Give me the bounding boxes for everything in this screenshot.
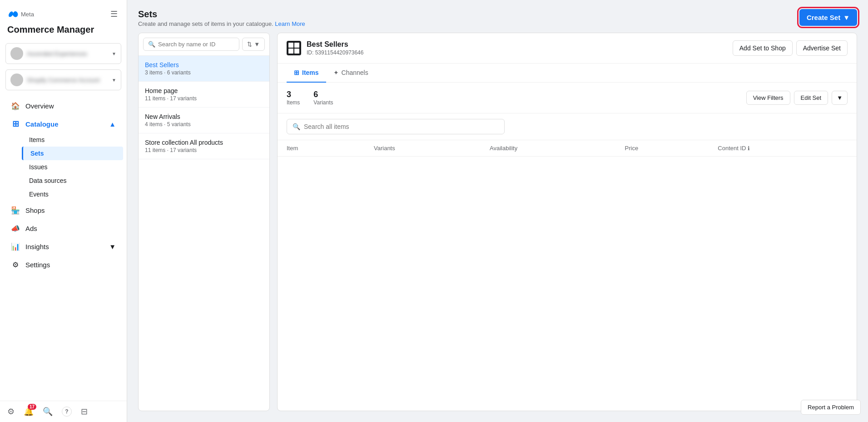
- search-items-icon: 🔍: [293, 123, 300, 130]
- stat-items: 3 Items: [287, 90, 300, 106]
- create-set-button[interactable]: Create Set ▼: [799, 9, 857, 26]
- sidebar-footer: ⚙ 🔔 17 🔍 ? ⊟: [0, 401, 127, 422]
- learn-more-link[interactable]: Learn More: [275, 20, 305, 27]
- stat-variants-label: Variants: [313, 99, 333, 106]
- stat-items-label: Items: [287, 99, 300, 106]
- items-search-input[interactable]: [304, 123, 499, 130]
- account-avatar-2: [10, 74, 23, 86]
- sets-search-bar: 🔍 ⇅ ▼: [139, 33, 269, 56]
- sidebar-item-sets[interactable]: Sets: [22, 147, 123, 160]
- advertise-set-button[interactable]: Advertise Set: [796, 40, 848, 56]
- set-item-new-arrivals[interactable]: New Arrivals 4 items · 5 variants: [139, 108, 269, 133]
- sidebar-item-overview[interactable]: 🏠 Overview: [4, 97, 123, 115]
- meta-logo-icon: [7, 9, 18, 20]
- ads-icon: 📣: [11, 224, 20, 233]
- notification-badge: 17: [28, 404, 36, 410]
- sort-button[interactable]: ⇅ ▼: [242, 38, 265, 51]
- col-content-id: Content ID ℹ: [709, 140, 857, 157]
- col-item: Item: [278, 140, 365, 157]
- settings-icon: ⚙: [11, 260, 20, 269]
- set-item-meta: 4 items · 5 variants: [145, 121, 263, 128]
- set-grid-icon: [287, 41, 301, 55]
- menu-toggle-button[interactable]: ☰: [109, 7, 119, 21]
- items-table: Item Variants Availability Price Content…: [278, 140, 857, 411]
- set-tabs: ⊞ Items ✦ Channels: [278, 64, 857, 83]
- account-selector-1[interactable]: Ascended Experiences ▼: [5, 43, 121, 64]
- edit-set-button[interactable]: Edit Set: [794, 91, 828, 105]
- sidebar: Meta ☰ Commerce Manager Ascended Experie…: [0, 0, 127, 422]
- col-variants: Variants: [365, 140, 481, 157]
- set-item-best-sellers[interactable]: Best Sellers 3 items · 6 variants: [139, 56, 269, 82]
- items-search-wrap: 🔍: [287, 119, 505, 134]
- col-price: Price: [616, 140, 709, 157]
- items-data-table: Item Variants Availability Price Content…: [278, 140, 857, 157]
- home-icon: 🏠: [11, 101, 20, 110]
- set-id: ID: 5391154420973646: [307, 49, 363, 56]
- insights-chevron-icon: ▼: [109, 243, 116, 250]
- sort-icon: ⇅: [247, 41, 252, 48]
- stat-variants-value: 6: [313, 90, 333, 99]
- chevron-down-icon-1: ▼: [112, 51, 116, 56]
- account-avatar-1: [10, 47, 23, 60]
- search-icon: 🔍: [148, 41, 155, 48]
- content-id-info-icon[interactable]: ℹ: [748, 145, 750, 152]
- sidebar-header: Meta ☰: [0, 0, 127, 25]
- sidebar-item-items[interactable]: Items: [22, 133, 123, 147]
- set-item-store-collection[interactable]: Store collection All products 11 items ·…: [139, 133, 269, 159]
- set-item-name: Home page: [145, 87, 263, 94]
- sidebar-item-shops[interactable]: 🏪 Shops: [4, 201, 123, 219]
- set-header-actions: Add Set to Shop Advertise Set: [733, 40, 848, 56]
- account-name-2: Shopify Commerce Account: [27, 77, 108, 83]
- view-filters-button[interactable]: View Filters: [746, 91, 790, 105]
- channels-tab-icon: ✦: [333, 69, 339, 76]
- meta-text: Meta: [21, 11, 34, 18]
- tab-items[interactable]: ⊞ Items: [287, 64, 326, 83]
- sidebar-item-issues[interactable]: Issues: [22, 160, 123, 174]
- set-id-prefix: ID:: [307, 49, 315, 56]
- col-availability: Availability: [481, 140, 616, 157]
- sidebar-item-settings-label: Settings: [25, 261, 50, 269]
- sidebar-item-shops-label: Shops: [25, 206, 45, 214]
- footer-panels-button[interactable]: ⊟: [81, 407, 88, 417]
- sidebar-item-ads[interactable]: 📣 Ads: [4, 219, 123, 237]
- set-detail-header: Best Sellers ID: 5391154420973646 Add Se…: [278, 33, 857, 64]
- sidebar-item-catalogue[interactable]: ⊞ Catalogue ▲: [4, 115, 123, 133]
- page-subtitle: Create and manage sets of items in your …: [138, 20, 305, 27]
- page-title: Sets: [138, 9, 305, 20]
- sidebar-nav: 🏠 Overview ⊞ Catalogue ▲ Items Sets Issu…: [0, 93, 127, 401]
- tab-items-label: Items: [302, 69, 319, 76]
- chevron-down-icon-2: ▼: [112, 78, 116, 83]
- add-set-to-shop-button[interactable]: Add Set to Shop: [733, 40, 793, 56]
- create-set-label: Create Set: [807, 14, 840, 21]
- page-subtitle-text: Create and manage sets of items in your …: [138, 20, 275, 27]
- sets-search-input[interactable]: [158, 41, 234, 48]
- set-item-meta: 11 items · 17 variants: [145, 95, 263, 102]
- main-content: Sets Create and manage sets of items in …: [127, 0, 868, 422]
- content-area: 🔍 ⇅ ▼ Best Sellers 3 items · 6 variants …: [127, 33, 868, 422]
- account-name-1: Ascended Experiences: [27, 50, 108, 57]
- footer-help-button[interactable]: ?: [62, 407, 72, 417]
- top-bar: Sets Create and manage sets of items in …: [127, 0, 868, 33]
- footer-notifications-button[interactable]: 🔔 17: [24, 407, 34, 417]
- sidebar-item-overview-label: Overview: [25, 102, 54, 110]
- footer-search-button[interactable]: 🔍: [43, 407, 53, 417]
- sort-chevron-icon: ▼: [254, 41, 260, 48]
- account-selector-2[interactable]: Shopify Commerce Account ▼: [5, 69, 121, 90]
- sidebar-item-insights[interactable]: 📊 Insights ▼: [4, 237, 123, 255]
- set-stats-row: 3 Items 6 Variants View Filters Edit Set…: [278, 83, 857, 113]
- sidebar-item-events[interactable]: Events: [22, 187, 123, 201]
- insights-icon: 📊: [11, 242, 20, 251]
- edit-set-dropdown-button[interactable]: ▼: [832, 91, 848, 105]
- sidebar-item-insights-label: Insights: [25, 243, 104, 250]
- sets-search-wrap: 🔍: [143, 38, 239, 51]
- sidebar-item-ads-label: Ads: [25, 225, 37, 232]
- sidebar-item-data-sources[interactable]: Data sources: [22, 174, 123, 187]
- page-header: Sets Create and manage sets of items in …: [138, 9, 305, 27]
- catalogue-icon: ⊞: [11, 119, 20, 128]
- tab-channels[interactable]: ✦ Channels: [326, 64, 376, 83]
- footer-settings-button[interactable]: ⚙: [7, 407, 15, 417]
- set-item-home-page[interactable]: Home page 11 items · 17 variants: [139, 82, 269, 108]
- tab-channels-label: Channels: [342, 69, 368, 76]
- report-problem-button[interactable]: Report a Problem: [801, 400, 861, 415]
- sidebar-item-settings[interactable]: ⚙ Settings: [4, 255, 123, 274]
